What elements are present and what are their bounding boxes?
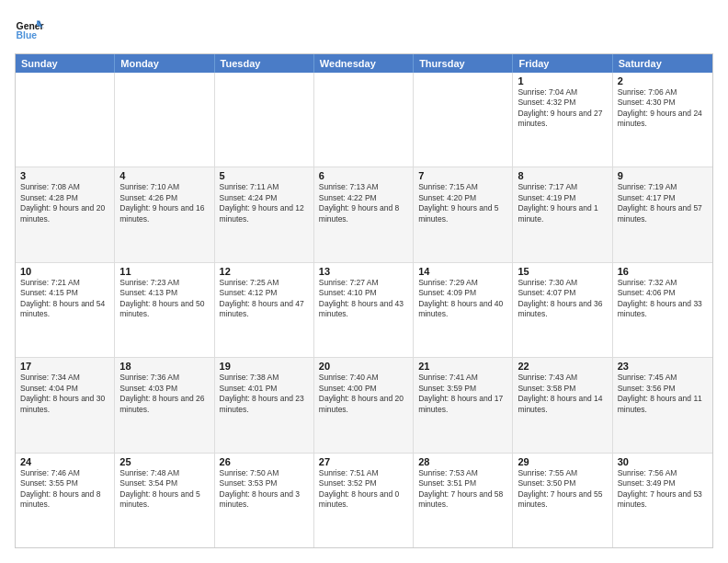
day-info: Sunrise: 7:06 AMSunset: 4:30 PMDaylight:…: [618, 87, 708, 130]
day-number: 27: [319, 456, 408, 467]
empty-cell: [115, 73, 214, 167]
day-cell-13: 13Sunrise: 7:27 AMSunset: 4:10 PMDayligh…: [314, 263, 414, 357]
day-info: Sunrise: 7:08 AMSunset: 4:28 PMDaylight:…: [20, 182, 109, 224]
day-number: 20: [319, 361, 408, 372]
day-cell-17: 17Sunrise: 7:34 AMSunset: 4:04 PMDayligh…: [16, 358, 115, 452]
day-number: 14: [418, 266, 507, 277]
day-number: 15: [518, 266, 607, 277]
day-number: 29: [518, 456, 607, 467]
day-info: Sunrise: 7:36 AMSunset: 4:03 PMDaylight:…: [119, 373, 209, 415]
day-cell-26: 26Sunrise: 7:50 AMSunset: 3:53 PMDayligh…: [215, 454, 314, 547]
day-info: Sunrise: 7:11 AMSunset: 4:24 PMDaylight:…: [220, 182, 309, 224]
day-cell-1: 1Sunrise: 7:04 AMSunset: 4:32 PMDaylight…: [513, 73, 612, 167]
day-number: 5: [220, 170, 309, 181]
day-number: 2: [618, 75, 708, 86]
day-cell-20: 20Sunrise: 7:40 AMSunset: 4:00 PMDayligh…: [314, 358, 414, 452]
day-number: 16: [618, 266, 708, 277]
day-number: 28: [418, 456, 507, 467]
empty-cell: [314, 73, 414, 167]
calendar-row: 24Sunrise: 7:46 AMSunset: 3:55 PMDayligh…: [16, 454, 712, 547]
day-cell-16: 16Sunrise: 7:32 AMSunset: 4:06 PMDayligh…: [613, 263, 712, 357]
day-info: Sunrise: 7:53 AMSunset: 3:51 PMDaylight:…: [418, 468, 507, 511]
day-number: 25: [119, 456, 209, 467]
day-cell-14: 14Sunrise: 7:29 AMSunset: 4:09 PMDayligh…: [414, 263, 513, 357]
day-cell-12: 12Sunrise: 7:25 AMSunset: 4:12 PMDayligh…: [215, 263, 314, 357]
day-cell-9: 9Sunrise: 7:19 AMSunset: 4:17 PMDaylight…: [613, 167, 712, 261]
day-info: Sunrise: 7:56 AMSunset: 3:49 PMDaylight:…: [618, 468, 708, 511]
day-cell-8: 8Sunrise: 7:17 AMSunset: 4:19 PMDaylight…: [513, 167, 612, 261]
day-cell-28: 28Sunrise: 7:53 AMSunset: 3:51 PMDayligh…: [414, 454, 513, 547]
day-number: 3: [20, 170, 109, 181]
day-info: Sunrise: 7:48 AMSunset: 3:54 PMDaylight:…: [119, 468, 209, 511]
header-cell-tuesday: Tuesday: [215, 54, 314, 73]
logo-icon: General Blue: [15, 15, 44, 44]
day-number: 19: [220, 361, 309, 372]
day-cell-2: 2Sunrise: 7:06 AMSunset: 4:30 PMDaylight…: [613, 73, 712, 167]
header-cell-sunday: Sunday: [16, 54, 115, 73]
svg-text:Blue: Blue: [17, 30, 38, 40]
day-number: 6: [319, 170, 408, 181]
day-info: Sunrise: 7:15 AMSunset: 4:20 PMDaylight:…: [418, 182, 507, 224]
day-cell-3: 3Sunrise: 7:08 AMSunset: 4:28 PMDaylight…: [16, 167, 115, 261]
day-number: 13: [319, 266, 408, 277]
day-info: Sunrise: 7:43 AMSunset: 3:58 PMDaylight:…: [518, 373, 607, 415]
day-cell-29: 29Sunrise: 7:55 AMSunset: 3:50 PMDayligh…: [513, 454, 612, 547]
day-cell-19: 19Sunrise: 7:38 AMSunset: 4:01 PMDayligh…: [215, 358, 314, 452]
day-cell-15: 15Sunrise: 7:30 AMSunset: 4:07 PMDayligh…: [513, 263, 612, 357]
day-cell-5: 5Sunrise: 7:11 AMSunset: 4:24 PMDaylight…: [215, 167, 314, 261]
day-info: Sunrise: 7:38 AMSunset: 4:01 PMDaylight:…: [220, 373, 309, 415]
day-number: 12: [220, 266, 309, 277]
header-cell-thursday: Thursday: [414, 54, 513, 73]
day-cell-18: 18Sunrise: 7:36 AMSunset: 4:03 PMDayligh…: [115, 358, 214, 452]
calendar-row: 3Sunrise: 7:08 AMSunset: 4:28 PMDaylight…: [16, 167, 712, 262]
header-cell-monday: Monday: [115, 54, 214, 73]
day-cell-27: 27Sunrise: 7:51 AMSunset: 3:52 PMDayligh…: [314, 454, 414, 547]
day-number: 18: [119, 361, 209, 372]
day-info: Sunrise: 7:23 AMSunset: 4:13 PMDaylight:…: [119, 278, 209, 320]
day-info: Sunrise: 7:10 AMSunset: 4:26 PMDaylight:…: [119, 182, 209, 224]
calendar-row: 10Sunrise: 7:21 AMSunset: 4:15 PMDayligh…: [16, 263, 712, 358]
day-number: 10: [20, 266, 109, 277]
day-info: Sunrise: 7:19 AMSunset: 4:17 PMDaylight:…: [618, 182, 708, 224]
day-number: 4: [119, 170, 209, 181]
day-number: 30: [618, 456, 708, 467]
calendar: SundayMondayTuesdayWednesdayThursdayFrid…: [15, 53, 713, 548]
day-number: 7: [418, 170, 507, 181]
header-cell-friday: Friday: [513, 54, 612, 73]
day-info: Sunrise: 7:55 AMSunset: 3:50 PMDaylight:…: [518, 468, 607, 511]
day-info: Sunrise: 7:40 AMSunset: 4:00 PMDaylight:…: [319, 373, 408, 415]
day-info: Sunrise: 7:50 AMSunset: 3:53 PMDaylight:…: [220, 468, 309, 511]
day-cell-23: 23Sunrise: 7:45 AMSunset: 3:56 PMDayligh…: [613, 358, 712, 452]
day-info: Sunrise: 7:30 AMSunset: 4:07 PMDaylight:…: [518, 278, 607, 320]
day-info: Sunrise: 7:51 AMSunset: 3:52 PMDaylight:…: [319, 468, 408, 511]
day-info: Sunrise: 7:34 AMSunset: 4:04 PMDaylight:…: [20, 373, 109, 415]
day-cell-7: 7Sunrise: 7:15 AMSunset: 4:20 PMDaylight…: [414, 167, 513, 261]
day-number: 9: [618, 170, 708, 181]
page-header: General Blue: [15, 15, 713, 44]
day-cell-6: 6Sunrise: 7:13 AMSunset: 4:22 PMDaylight…: [314, 167, 414, 261]
day-info: Sunrise: 7:29 AMSunset: 4:09 PMDaylight:…: [418, 278, 507, 320]
empty-cell: [215, 73, 314, 167]
day-number: 17: [20, 361, 109, 372]
day-info: Sunrise: 7:25 AMSunset: 4:12 PMDaylight:…: [220, 278, 309, 320]
day-info: Sunrise: 7:27 AMSunset: 4:10 PMDaylight:…: [319, 278, 408, 320]
day-number: 8: [518, 170, 607, 181]
day-info: Sunrise: 7:45 AMSunset: 3:56 PMDaylight:…: [618, 373, 708, 415]
header-cell-wednesday: Wednesday: [314, 54, 414, 73]
header-cell-saturday: Saturday: [613, 54, 712, 73]
day-cell-24: 24Sunrise: 7:46 AMSunset: 3:55 PMDayligh…: [16, 454, 115, 547]
day-info: Sunrise: 7:13 AMSunset: 4:22 PMDaylight:…: [319, 182, 408, 224]
day-info: Sunrise: 7:41 AMSunset: 3:59 PMDaylight:…: [418, 373, 507, 415]
day-info: Sunrise: 7:21 AMSunset: 4:15 PMDaylight:…: [20, 278, 109, 320]
day-cell-4: 4Sunrise: 7:10 AMSunset: 4:26 PMDaylight…: [115, 167, 214, 261]
calendar-row: 1Sunrise: 7:04 AMSunset: 4:32 PMDaylight…: [16, 73, 712, 167]
day-info: Sunrise: 7:04 AMSunset: 4:32 PMDaylight:…: [518, 87, 607, 130]
empty-cell: [16, 73, 115, 167]
day-number: 1: [518, 75, 607, 86]
calendar-row: 17Sunrise: 7:34 AMSunset: 4:04 PMDayligh…: [16, 358, 712, 453]
day-info: Sunrise: 7:17 AMSunset: 4:19 PMDaylight:…: [518, 182, 607, 224]
day-cell-21: 21Sunrise: 7:41 AMSunset: 3:59 PMDayligh…: [414, 358, 513, 452]
empty-cell: [414, 73, 513, 167]
day-number: 11: [119, 266, 209, 277]
day-number: 26: [220, 456, 309, 467]
